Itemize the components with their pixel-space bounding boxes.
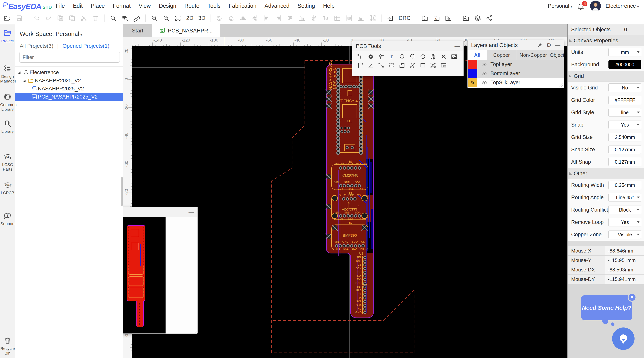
expand-arrow-icon[interactable] [23, 80, 26, 82]
pcb-tools-header[interactable]: PCB Tools — [352, 41, 464, 51]
menu-item-format[interactable]: Format [109, 3, 135, 9]
routing-angle-select[interactable]: Line 45° [608, 193, 641, 202]
toolbar-group-icon[interactable] [369, 14, 376, 22]
toolbar-distribute-vertical-icon[interactable] [357, 14, 365, 22]
eye-icon[interactable] [482, 71, 487, 76]
tab-pcb-nasahpr-[interactable]: PCB_NASAHPR... [152, 24, 220, 37]
menu-item-edit[interactable]: Edit [69, 3, 87, 9]
close-icon[interactable]: ✕ [628, 293, 636, 302]
sidebar-item-design-manager[interactable]: Design Manager [0, 64, 15, 83]
sidebar-item-recycle-bin[interactable]: Recycle Bin [0, 336, 15, 355]
toolbar-copy-icon[interactable] [56, 14, 64, 22]
snap-size-input[interactable]: 0.127mm [608, 145, 641, 154]
menu-item-help[interactable]: Help [319, 3, 339, 9]
easyeda-logo[interactable]: EasyEDA STD [0, 2, 52, 10]
tree-row-electerrence[interactable]: Electerrence [15, 68, 123, 76]
active-layer-pencil-icon[interactable]: ✎ [468, 78, 477, 87]
opened-projects-link[interactable]: Opened Projects(1) [62, 43, 110, 49]
toolbar-paste-icon[interactable] [68, 14, 76, 22]
layer-color-swatch[interactable] [468, 69, 477, 78]
toolbar-open-file-icon[interactable] [4, 14, 11, 22]
toolbar-export-folder-icon[interactable] [462, 14, 470, 22]
track-icon[interactable] [357, 53, 364, 60]
layers-panel-header[interactable]: Layers and Objects ⚙ — [468, 40, 564, 50]
all-projects-link[interactable]: All Projects(3) [20, 43, 53, 49]
pad-icon[interactable] [368, 53, 374, 60]
minimize-button[interactable]: — [188, 209, 194, 215]
circle-icon[interactable] [420, 53, 426, 60]
copper-zone-select[interactable]: Visible [608, 230, 641, 239]
dashed-rect-icon[interactable] [388, 62, 395, 68]
sidebar-item-common-library[interactable]: Common Library [0, 93, 15, 112]
eye-icon[interactable] [482, 62, 487, 68]
grid-size-input[interactable]: 2.540mm [608, 133, 641, 142]
toolbar-search-icon[interactable] [109, 14, 117, 22]
eye-icon[interactable] [482, 80, 487, 86]
protractor-icon[interactable] [368, 62, 374, 68]
toolbar-zoom-fit-icon[interactable] [174, 14, 182, 22]
section-header-other[interactable]: Other [568, 168, 644, 179]
menu-item-view[interactable]: View [135, 3, 155, 9]
workspace-title[interactable]: Work Space: Personal▾ [20, 30, 82, 38]
rect-icon[interactable] [420, 62, 426, 68]
menu-item-place[interactable]: Place [87, 3, 109, 9]
layer-row-toplayer[interactable]: TopLayer [468, 60, 564, 69]
layers-tab-object[interactable]: Object [550, 50, 564, 60]
chat-button[interactable] [612, 328, 634, 350]
toolbar-redo-icon[interactable] [44, 14, 52, 22]
menu-item-tools[interactable]: Tools [204, 3, 225, 9]
toolbar-align-center-horizontal-icon[interactable] [310, 14, 318, 22]
menu-item-setting[interactable]: Setting [294, 3, 319, 9]
visible-grid-select[interactable]: No [608, 84, 641, 92]
snap-select[interactable]: Yes [608, 120, 641, 129]
toolbar-undo-icon[interactable] [33, 14, 40, 22]
layer-row-topsilklayer[interactable]: ✎TopSilkLayer [468, 78, 564, 87]
copper-area-icon[interactable] [430, 62, 436, 68]
connection-icon[interactable] [378, 62, 384, 68]
tree-row-nasahpr2025_v2[interactable]: NASAHPR2025_V2 [15, 76, 123, 84]
toolbar-flip-horizontal-icon[interactable] [239, 14, 247, 22]
toolbar-measure-icon[interactable] [133, 14, 140, 22]
sidebar-item-project[interactable]: Project [0, 29, 15, 43]
notification-bell[interactable]: 4 [577, 1, 586, 11]
help-bubble[interactable]: Need Some Help? [581, 295, 632, 320]
toolbar-table-icon[interactable] [334, 14, 341, 22]
toolbar-rotate-cw-icon[interactable] [227, 14, 235, 22]
layers-tab-copper[interactable]: Copper [487, 50, 516, 60]
user-dropdown[interactable]: Electerrence▾ [606, 3, 639, 9]
toolbar-distribute-horizontal-icon[interactable] [345, 14, 353, 22]
toolbar-align-top-icon[interactable] [286, 14, 294, 22]
toolbar-import-changes-icon[interactable] [386, 14, 394, 22]
toolbar-button-drc[interactable]: DRC [398, 15, 411, 21]
toolbar-zoom-in-icon[interactable] [150, 14, 158, 22]
arc-center-icon[interactable] [399, 53, 405, 60]
toolbar-delete-icon[interactable] [92, 14, 100, 22]
menu-item-route[interactable]: Route [180, 3, 204, 9]
keepout-icon[interactable] [440, 53, 447, 60]
menu-item-fabrication[interactable]: Fabrication [225, 3, 260, 9]
toolbar-flip-vertical-icon[interactable] [251, 14, 259, 22]
filter-input[interactable] [19, 52, 120, 62]
arc-icon[interactable] [409, 53, 416, 60]
sidebar-item-library[interactable]: Library [0, 120, 15, 134]
menu-item-file[interactable]: File [52, 3, 69, 9]
units-select[interactable]: mm [608, 48, 641, 56]
via-icon[interactable] [378, 53, 384, 60]
toolbar-align-center-vertical-icon[interactable] [322, 14, 329, 22]
menu-item-design[interactable]: Design [155, 3, 180, 9]
pan-hand-icon[interactable] [430, 53, 436, 60]
pin-icon[interactable] [537, 43, 542, 48]
tree-row-nasahpr2025_v2[interactable]: NASAHPR2025_V2 [15, 84, 123, 93]
toolbar-align-left-icon[interactable] [263, 14, 270, 22]
routing-conflict-select[interactable]: Block [608, 206, 641, 214]
toolbar-rotate-ccw-icon[interactable] [216, 14, 223, 22]
toolbar-share-icon[interactable] [486, 14, 493, 22]
sidebar-item-lcpcb[interactable]: J@LCLCPCB [0, 181, 15, 195]
gear-icon[interactable]: ⚙ [546, 42, 551, 48]
layers-tab-all[interactable]: All [468, 50, 487, 60]
minimize-button[interactable]: — [454, 43, 460, 49]
toolbar-pickplace-folder-icon[interactable] [444, 14, 452, 22]
image-icon[interactable] [451, 53, 458, 60]
sidebar-item-lcsc-parts[interactable]: LCSCLCSC Parts [0, 153, 15, 171]
background-input[interactable]: #000000 [608, 60, 641, 69]
